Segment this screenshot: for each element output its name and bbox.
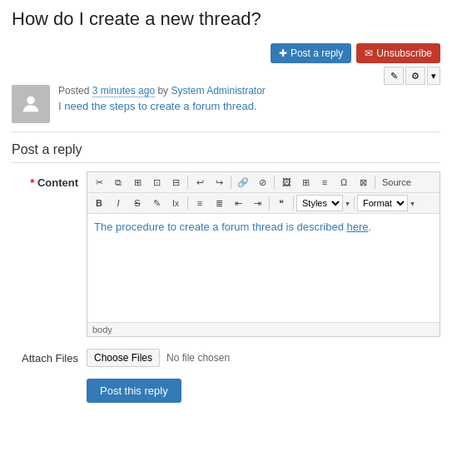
- tb-indent-less-btn[interactable]: ⇤: [229, 195, 247, 211]
- tb-maximize-btn[interactable]: ⊠: [354, 174, 372, 191]
- posted-label: Posted: [58, 85, 89, 97]
- tb-strikethrough-btn[interactable]: S: [128, 195, 147, 211]
- tb-italic-btn[interactable]: I: [109, 195, 127, 211]
- editor-footer: body: [87, 322, 440, 336]
- edit-icon-btn[interactable]: ✎: [384, 67, 404, 85]
- post-this-reply-button[interactable]: Post this reply: [87, 379, 181, 403]
- editor-toolbar-row1: ✂ ⧉ ⊞ ⊡ ⊟ ↩ ↪ 🔗 ⊘ 🖼 ⊞ ≡ Ω ⊠: [87, 172, 440, 193]
- editor-toolbar-row2: B I S ✎ Ix ≡ ≣ ⇤ ⇥ ❝ Styles ▾: [87, 193, 440, 214]
- mail-icon: ✉: [365, 47, 373, 59]
- tb-undo-btn[interactable]: ↩: [191, 174, 209, 191]
- author-link[interactable]: System Administrator: [171, 85, 265, 97]
- svg-point-0: [27, 97, 34, 104]
- tb-special-char-btn[interactable]: Ω: [335, 174, 353, 191]
- user-avatar-icon: [19, 92, 42, 116]
- tb-blockquote-btn[interactable]: ❝: [272, 195, 291, 211]
- post-reply-button[interactable]: ✚ Post a reply: [271, 43, 351, 63]
- tb-paste-btn[interactable]: ⊞: [128, 174, 147, 191]
- unsubscribe-button[interactable]: ✉ Unsubscribe: [356, 43, 440, 63]
- plus-icon: ✚: [279, 47, 287, 59]
- editor-content-area[interactable]: The procedure to create a forum thread i…: [87, 214, 440, 322]
- here-link[interactable]: here: [347, 221, 369, 233]
- format-select[interactable]: Format: [357, 195, 408, 211]
- tb-ol-btn[interactable]: ≡: [191, 195, 209, 211]
- tb-link-btn[interactable]: 🔗: [234, 174, 252, 191]
- tb-paste-text-btn[interactable]: ⊡: [147, 174, 166, 191]
- styles-arrow: ▾: [344, 199, 351, 208]
- post-content-text: I need the steps to create a forum threa…: [58, 100, 440, 112]
- tb-source-btn[interactable]: Source: [378, 174, 415, 191]
- reply-section-title: Post a reply: [12, 142, 440, 163]
- tb-bold-btn[interactable]: B: [90, 195, 108, 211]
- attach-files-row: Attach Files Choose Files No file chosen: [12, 349, 440, 367]
- content-label: * Content: [12, 171, 78, 189]
- toolbar-sep-2: [231, 176, 231, 189]
- dropdown-icon-btn[interactable]: ▾: [427, 67, 440, 85]
- tb-clear-formatting-btn[interactable]: Ix: [166, 195, 185, 211]
- post-byline: Posted 3 minutes ago by System Administr…: [58, 85, 440, 97]
- file-input-wrapper: Choose Files No file chosen: [87, 349, 230, 367]
- toolbar-sep-3: [274, 176, 275, 189]
- toolbar-sep-5: [187, 196, 188, 210]
- tb-indent-more-btn[interactable]: ⇥: [248, 195, 266, 211]
- submit-row: Post this reply: [87, 379, 440, 403]
- toolbar-sep-7: [293, 196, 294, 210]
- page-title: How do I create a new thread?: [12, 8, 440, 35]
- editor-text: The procedure to create a forum thread i…: [94, 221, 371, 233]
- gear-icon-btn[interactable]: ⚙: [405, 67, 425, 85]
- tb-table-btn[interactable]: ⊞: [296, 174, 315, 191]
- tb-hr-btn[interactable]: ≡: [315, 174, 334, 191]
- top-bar: ✚ Post a reply ✉ Unsubscribe: [12, 43, 440, 63]
- tb-paste-word-btn[interactable]: ⊟: [166, 174, 185, 191]
- editor-container: ✂ ⧉ ⊞ ⊡ ⊟ ↩ ↪ 🔗 ⊘ 🖼 ⊞ ≡ Ω ⊠: [87, 171, 440, 337]
- styles-select[interactable]: Styles: [296, 195, 343, 211]
- toolbar-sep-4: [375, 176, 375, 189]
- tb-image-btn[interactable]: 🖼: [277, 174, 296, 191]
- tb-redo-btn[interactable]: ↪: [210, 174, 228, 191]
- format-arrow: ▾: [409, 199, 416, 208]
- required-star: *: [30, 176, 34, 189]
- post-meta: Posted 3 minutes ago by System Administr…: [12, 85, 440, 132]
- post-info: Posted 3 minutes ago by System Administr…: [58, 85, 440, 112]
- toolbar-sep-1: [187, 176, 188, 189]
- toolbar-sep-6: [269, 196, 270, 210]
- avatar: [12, 85, 50, 123]
- choose-files-button[interactable]: Choose Files: [87, 349, 160, 367]
- tb-ul-btn[interactable]: ≣: [210, 195, 228, 211]
- by-label: by: [157, 85, 171, 97]
- attach-files-label: Attach Files: [12, 352, 78, 364]
- no-file-chosen-text: No file chosen: [166, 352, 230, 364]
- tb-cut-btn[interactable]: ✂: [90, 174, 108, 191]
- content-row: * Content ✂ ⧉ ⊞ ⊡ ⊟ ↩ ↪ 🔗 ⊘ 🖼: [12, 171, 440, 337]
- tb-unlink-btn[interactable]: ⊘: [253, 174, 271, 191]
- icon-tools-row: ✎ ⚙ ▾: [12, 67, 440, 85]
- tb-paint-btn[interactable]: ✎: [147, 195, 166, 211]
- post-time-link[interactable]: 3 minutes ago: [92, 85, 155, 97]
- reply-form: * Content ✂ ⧉ ⊞ ⊡ ⊟ ↩ ↪ 🔗 ⊘ 🖼: [12, 171, 440, 403]
- tb-copy-btn[interactable]: ⧉: [109, 174, 127, 191]
- toolbar-sep-8: [354, 196, 355, 210]
